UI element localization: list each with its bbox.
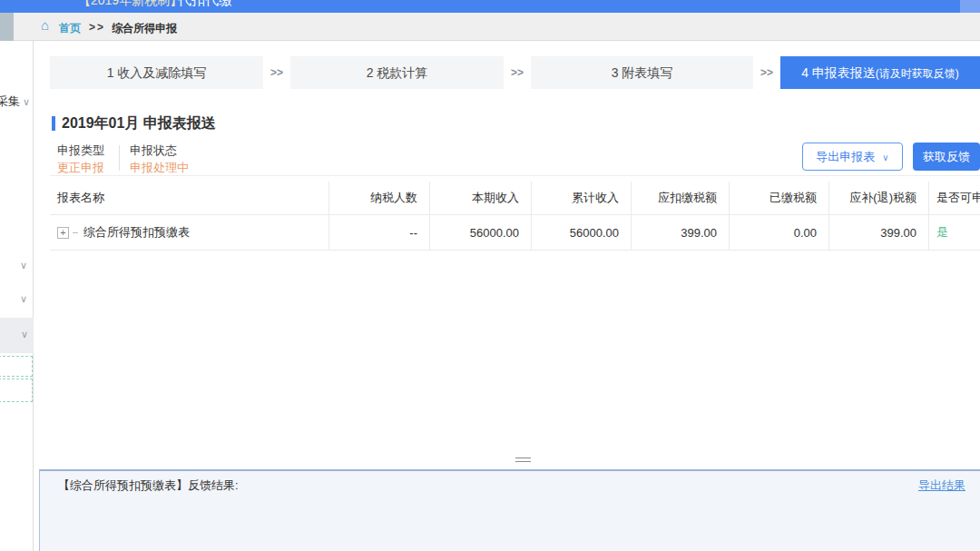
breadcrumb-current: 综合所得申报 [112,21,177,36]
col-header-paid-tax: 已缴税额 [729,182,828,215]
declare-status-value: 申报处理中 [130,160,189,176]
step-tab-income[interactable]: 1 收入及减除填写 [50,56,263,89]
step-tab-label: 4 申报表报送 [801,65,876,80]
get-feedback-button[interactable]: 获取反馈 [913,143,980,171]
step-separator: >> [504,56,531,89]
chevron-down-icon: ∨ [882,153,888,162]
cell-current-income: 56000.00 [429,215,531,251]
feedback-result-panel: 【综合所得预扣预缴表】反馈结果: 导出结果 [39,469,980,551]
step-separator: >> [263,56,290,89]
section-divider [50,175,980,176]
col-header-total-income: 累计收入 [531,182,631,215]
home-icon: ⌂ [41,17,49,33]
cell-refund-tax: 399.00 [828,215,928,251]
chevron-down-icon: ∨ [23,96,30,107]
export-result-link[interactable]: 导出结果 [918,477,965,494]
col-header-report-name: 报表名称 [50,182,328,215]
chevron-down-icon[interactable]: ∨ [20,293,27,305]
step-tab-suffix: (请及时获取反馈) [876,67,959,80]
step-tab-label: 1 收入及减除填写 [107,65,207,80]
cell-paid-tax: 0.00 [729,215,828,251]
tree-line [73,232,78,233]
sidebar-item-collection[interactable]: 采集∨ [0,93,30,110]
step-tab-label: 2 税款计算 [367,65,428,80]
declare-type-label: 申报类型 [57,143,104,159]
feedback-panel-title: 【综合所得预扣预缴表】反馈结果: [58,477,239,494]
breadcrumb-home-link[interactable]: 首页 [59,21,81,36]
step-tab-tax-calc[interactable]: 2 税款计算 [290,56,504,89]
chevron-down-icon[interactable]: ∨ [20,260,27,271]
step-tab-label: 3 附表填写 [612,65,673,80]
chevron-down-icon: ∨ [21,329,28,340]
declare-type-value: 更正申报 [57,160,104,176]
step-separator: >> [753,56,780,89]
top-nav-tab-withholding[interactable]: 代扣代缴 [178,0,232,9]
col-header-current-income: 本期收入 [429,182,531,215]
export-declaration-button[interactable]: 导出申报表∨ [802,143,903,171]
col-header-taxpayers: 纳税人数 [328,182,429,215]
splitter-handle[interactable] [515,458,531,462]
left-sidebar: 采集∨ ∨ ∨ ∨ [0,41,34,551]
cell-report-name: + 综合所得预扣预缴表 [50,215,328,251]
col-header-withholding-tax: 应扣缴税额 [631,182,729,215]
breadcrumb-separator: >> [89,21,105,34]
meta-divider [119,145,120,171]
cell-withholding-tax: 399.00 [631,215,729,251]
sidebar-item-label: 采集 [0,94,20,108]
table-header-row: 报表名称 纳税人数 本期收入 累计收入 应扣缴税额 已缴税额 应补(退)税额 是… [50,182,980,215]
breadcrumb: ⌂ 首页 >> 综合所得申报 [14,13,980,41]
declaration-table: 报表名称 纳税人数 本期收入 累计收入 应扣缴税额 已缴税额 应补(退)税额 是… [50,182,980,251]
cell-taxpayers: -- [328,215,429,251]
page-title: 2019年01月 申报表报送 [62,114,216,133]
section-title-accent-bar [52,116,55,131]
cell-declarable: 是 [928,215,980,251]
declare-status-label: 申报状态 [130,143,177,159]
step-tab-submit-active[interactable]: 4 申报表报送(请及时获取反馈) [780,56,980,89]
topbar-corner-fragment [960,0,980,13]
col-header-refund-tax: 应补(退)税额 [828,182,928,215]
col-header-declarable: 是否可申 [928,182,980,215]
sidebar-dashed-item[interactable] [0,379,33,402]
report-name-text: 综合所得预扣预缴表 [83,224,190,241]
top-nav-bar: 【2019年新税制】 代扣代缴 [0,0,980,13]
cell-total-income: 56000.00 [531,215,631,251]
export-button-label: 导出申报表 [816,150,875,163]
step-tab-attachments[interactable]: 3 附表填写 [531,56,753,89]
expand-row-icon[interactable]: + [57,227,69,239]
sidebar-dashed-item[interactable] [0,356,33,377]
sidebar-corner-block [0,13,14,41]
table-row: + 综合所得预扣预缴表 -- 56000.00 56000.00 399.00 … [50,215,980,251]
sidebar-item-active[interactable]: ∨ [0,318,34,353]
tax-system-badge: 【2019年新税制】 [78,0,182,9]
